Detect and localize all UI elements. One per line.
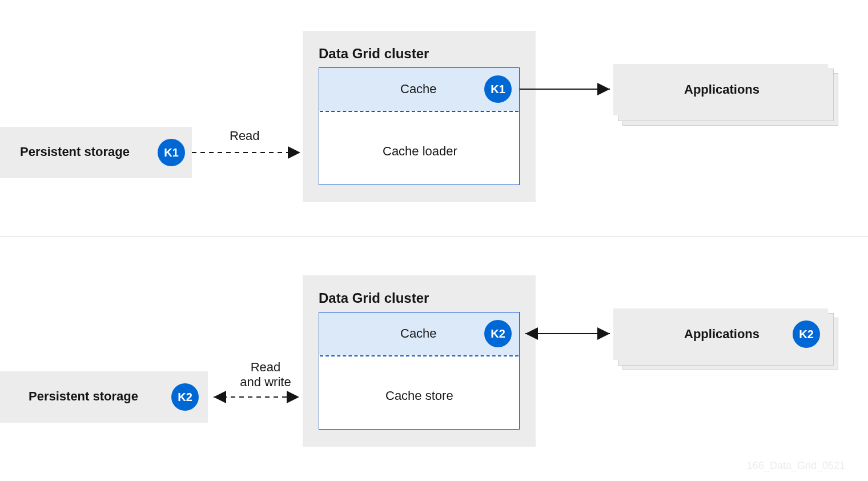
rw-label-line1: Read — [251, 360, 281, 374]
storage-key-bottom: K2 — [171, 383, 199, 411]
app-arrow-top — [520, 83, 617, 101]
watermark-text: 166_Data_Grid_0521 — [747, 460, 845, 472]
read-arrow-top — [192, 146, 306, 163]
cache-label-bottom: Cache — [400, 326, 437, 341]
persistent-storage-top-label: Persistent storage — [20, 145, 130, 159]
rw-label-bottom: Read and write — [234, 360, 297, 390]
applications-label-bottom: Applications — [684, 327, 760, 342]
applications-label-top: Applications — [684, 82, 760, 97]
cache-key-bottom: K2 — [484, 320, 512, 347]
rw-arrow-bottom — [208, 390, 311, 407]
cache-label-top: Cache — [400, 82, 437, 97]
cluster-title-top: Data Grid cluster — [319, 46, 429, 62]
cluster-title-bottom: Data Grid cluster — [319, 290, 429, 306]
persistent-storage-bottom-label: Persistent storage — [29, 389, 138, 404]
storage-key-top: K1 — [158, 139, 185, 166]
cache-loader-label-top: Cache loader — [383, 144, 457, 159]
rw-label-line2: and write — [240, 375, 291, 389]
diagram-canvas: Persistent storage K1 Read Data Grid clu… — [0, 0, 868, 481]
cache-store-label-bottom: Cache store — [385, 388, 453, 403]
section-divider — [0, 237, 868, 237]
cache-divider-bottom — [320, 355, 519, 356]
read-label-top: Read — [230, 129, 260, 143]
cache-divider-top — [320, 111, 519, 112]
cache-key-top: K1 — [484, 75, 512, 103]
app-arrow-bottom — [520, 328, 617, 345]
applications-key-bottom: K2 — [793, 320, 820, 348]
